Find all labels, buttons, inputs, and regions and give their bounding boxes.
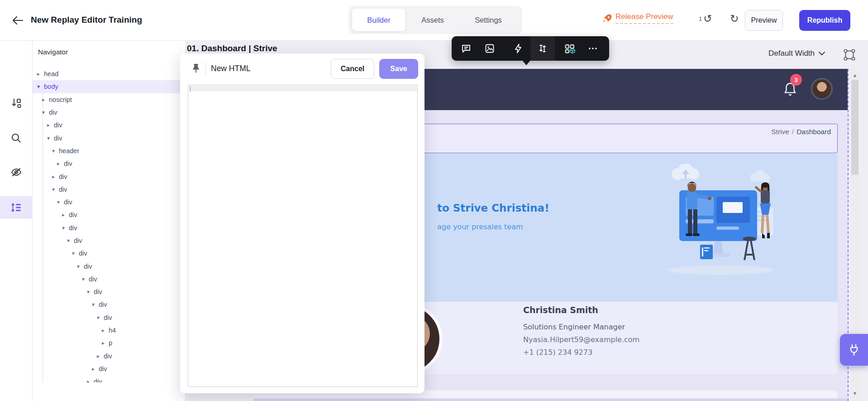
replay-editor-app: 3 Strive/Dashboard to Strive Christina! …: [0, 0, 868, 401]
tree-node-div[interactable]: ▸div: [33, 362, 185, 375]
page-title: 01. Dashboard | Strive: [187, 43, 277, 53]
caret-down-icon[interactable]: ▾: [51, 186, 56, 193]
republish-button[interactable]: Republish: [799, 10, 850, 31]
release-preview-link[interactable]: Release Preview: [602, 12, 673, 24]
search-icon[interactable]: [0, 127, 33, 150]
tree-node-div[interactable]: ▸div: [33, 208, 185, 221]
caret-down-icon[interactable]: ▾: [61, 225, 66, 231]
caret-down-icon[interactable]: ▾: [36, 83, 41, 90]
editor-text-cursor: [190, 86, 191, 92]
redo-group: ↻: [730, 14, 739, 24]
caret-right-icon[interactable]: ▸: [86, 378, 91, 382]
width-selector[interactable]: Default Width: [768, 49, 825, 58]
scroll-up-icon[interactable]: ▲: [850, 72, 859, 78]
header-avatar[interactable]: [811, 78, 833, 100]
tree-node-div[interactable]: ▾div: [33, 183, 185, 196]
redo-icon[interactable]: ↻: [730, 13, 739, 24]
caret-down-icon[interactable]: ▾: [91, 301, 95, 308]
caret-down-icon[interactable]: ▾: [96, 314, 100, 321]
tree-node-div[interactable]: ▸div: [33, 375, 185, 382]
cancel-button[interactable]: Cancel: [331, 59, 374, 79]
adjust-arrows-icon[interactable]: [537, 43, 548, 54]
tree-node-div[interactable]: ▸div: [33, 350, 185, 362]
caret-down-icon[interactable]: ▾: [86, 289, 91, 295]
hide-element-icon[interactable]: [0, 161, 33, 184]
tree-node-div[interactable]: ▾div: [33, 131, 185, 144]
profile-name: Christina Smith: [523, 305, 598, 315]
caret-down-icon[interactable]: ▾: [81, 276, 86, 282]
tree-node-div[interactable]: ▾div: [33, 247, 185, 260]
tree-node-div[interactable]: ▸div: [33, 119, 185, 131]
caret-right-icon[interactable]: ▸: [51, 174, 56, 180]
plugin-connector-button[interactable]: [840, 334, 868, 366]
tree-node-label: header: [59, 147, 79, 155]
undo-icon[interactable]: ↺: [703, 14, 712, 24]
caret-down-icon[interactable]: ▾: [76, 263, 81, 270]
blocks-cube-icon[interactable]: [564, 43, 575, 54]
tree-node-label: div: [94, 378, 102, 382]
tab-assets[interactable]: Assets: [408, 9, 457, 31]
tree-node-noscript[interactable]: ▸noscript: [33, 93, 185, 106]
navigator-panel: Navigator ▸head▾body▸noscript▾div▸div▾di…: [33, 41, 186, 401]
tree-node-div[interactable]: ▾div: [33, 311, 185, 324]
tree-node-div[interactable]: ▸div: [33, 157, 185, 170]
toolbar-pointer-caret: [522, 60, 530, 65]
comment-icon[interactable]: [461, 43, 472, 54]
profile-phone: +1 (215) 234 9273: [523, 348, 592, 357]
breadcrumb-parent[interactable]: Strive: [771, 128, 789, 135]
tree-node-div[interactable]: ▾div: [33, 196, 185, 208]
tab-settings[interactable]: Settings: [460, 9, 517, 31]
scrollbar-thumb[interactable]: [851, 80, 858, 175]
tree-node-div[interactable]: ▾div: [33, 298, 185, 311]
caret-down-icon[interactable]: ▾: [71, 250, 76, 256]
tree-node-head[interactable]: ▸head: [33, 68, 185, 80]
tree-node-div[interactable]: ▾div: [33, 285, 185, 298]
tree-node-label: div: [94, 288, 102, 295]
preview-button[interactable]: Preview: [745, 10, 783, 31]
more-icon[interactable]: [587, 43, 598, 54]
caret-right-icon[interactable]: ▸: [61, 212, 66, 218]
caret-down-icon[interactable]: ▾: [51, 148, 56, 154]
caret-right-icon[interactable]: ▸: [46, 122, 51, 128]
navigator-title: Navigator: [38, 48, 68, 56]
artboard-frame-icon[interactable]: [843, 48, 856, 62]
lightning-icon[interactable]: [513, 43, 524, 54]
tree-node-h4[interactable]: ▸h4: [33, 324, 185, 337]
caret-right-icon[interactable]: ▸: [41, 97, 46, 103]
save-button[interactable]: Save: [379, 59, 418, 79]
tree-node-div[interactable]: ▸div: [33, 170, 185, 183]
tree-node-label: head: [44, 70, 58, 77]
navigator-tree-icon[interactable]: [0, 196, 33, 219]
caret-down-icon[interactable]: ▾: [66, 237, 71, 244]
caret-right-icon[interactable]: ▸: [96, 353, 100, 359]
tree-node-p[interactable]: ▸p: [33, 337, 185, 349]
top-bar: New Replay Editor Training Builder Asset…: [0, 0, 868, 41]
tab-builder[interactable]: Builder: [352, 9, 405, 31]
tree-node-header[interactable]: ▾header: [33, 145, 185, 157]
tree-node-div[interactable]: ▾div: [33, 260, 185, 272]
caret-right-icon[interactable]: ▸: [91, 366, 95, 372]
tree-node-label: div: [99, 301, 107, 308]
element-action-toolbar: [452, 36, 609, 61]
tree-node-body[interactable]: ▾body: [33, 80, 185, 93]
caret-right-icon[interactable]: ▸: [36, 71, 41, 77]
tree-node-div[interactable]: ▾div: [33, 273, 185, 285]
caret-down-icon[interactable]: ▾: [41, 109, 46, 116]
caret-right-icon[interactable]: ▸: [101, 327, 105, 333]
insert-element-icon[interactable]: [0, 92, 33, 115]
caret-right-icon[interactable]: ▸: [101, 340, 105, 346]
scroll-down-icon[interactable]: ▼: [850, 391, 859, 396]
caret-right-icon[interactable]: ▸: [56, 160, 61, 167]
profile-role: Solutions Engineer Manager: [523, 323, 625, 331]
undo-count: 1: [699, 15, 702, 22]
back-arrow-icon[interactable]: [12, 15, 24, 26]
pin-icon[interactable]: [190, 63, 202, 74]
tree-node-div[interactable]: ▾div: [33, 106, 185, 119]
image-icon[interactable]: [484, 43, 495, 54]
tree-node-div[interactable]: ▾div: [33, 234, 185, 247]
html-code-editor[interactable]: [188, 85, 418, 387]
tree-node-label: div: [79, 250, 87, 257]
caret-down-icon[interactable]: ▾: [56, 199, 61, 205]
tree-node-div[interactable]: ▾div: [33, 222, 185, 234]
caret-down-icon[interactable]: ▾: [46, 135, 51, 141]
